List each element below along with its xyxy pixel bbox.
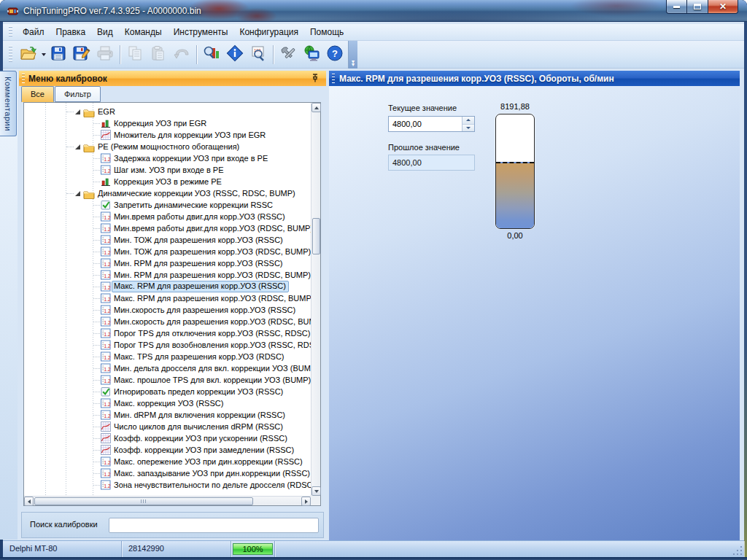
tree-item-label: Макс. RPM для разрешения корр.УОЗ (RDSC,… <box>114 292 311 304</box>
search-area: Поиск калибровки <box>21 512 324 538</box>
comments-tab[interactable]: Комментарии <box>0 71 17 136</box>
tree-item-label: Шаг изм. УОЗ при входе в PE <box>114 164 224 176</box>
tree-folder[interactable]: EGR <box>24 106 311 117</box>
tree-item[interactable]: 1.2Мин.время работы двиг.для корр.УОЗ (R… <box>24 222 311 234</box>
tree-item[interactable]: 1.2Шаг изм. УОЗ при входе в PE <box>24 164 311 176</box>
spin-up-button[interactable] <box>462 117 474 125</box>
tree-item[interactable]: 1.2Мин. ТОЖ для разрешения корр.УОЗ (RSS… <box>24 234 311 246</box>
calibration-panel-header[interactable]: Меню калибровок <box>19 71 326 86</box>
tree-item[interactable]: Коррекция УОЗ при EGR <box>24 117 311 129</box>
tree-item[interactable]: 1.2Макс. опережение УОЗ при дин.коррекци… <box>24 456 311 467</box>
tree-item[interactable]: 1.2Макс. запаздывание УОЗ при дин.коррек… <box>24 467 311 479</box>
tree-item-label: Мин. RPM для разрешения корр.УОЗ (RSSC) <box>114 257 283 269</box>
chart-search-button[interactable] <box>200 44 223 66</box>
help-button[interactable]: ? <box>323 44 347 66</box>
tree-item[interactable]: 1.2Мин.скорость для разрешения корр.УОЗ … <box>24 316 311 327</box>
tree-item[interactable]: 1.2Мин. dRPM для включения коррекции (RS… <box>24 409 311 421</box>
tree-horizontal-scrollbar[interactable] <box>24 496 311 505</box>
tree-item-label: Коэфф. коррекции УОЗ при замедлении (RSS… <box>114 444 294 456</box>
open-dropdown-button[interactable] <box>40 44 47 66</box>
calibration-search-input[interactable] <box>109 518 319 533</box>
resize-grip[interactable] <box>733 546 743 556</box>
menu-item-2[interactable]: Вид <box>91 24 119 40</box>
tree-item[interactable]: 1.2Порог TPS для отключения корр.УОЗ (RS… <box>24 327 311 339</box>
tree-item[interactable]: 1.2Зона нечувствительности по дельте дро… <box>24 479 311 491</box>
title-bar[interactable]: ChipTuningPRO ver.7.4.3.925 - A0000000.b… <box>0 0 747 22</box>
save-button[interactable] <box>47 44 70 66</box>
scroll-left-button[interactable] <box>24 497 34 506</box>
tree-folder[interactable]: Динамические коррекции УОЗ (RSSC, RDSC, … <box>24 187 311 199</box>
tree-item[interactable]: 1.2Мин. RPM для разрешения корр.УОЗ (RDS… <box>24 269 311 281</box>
tree-item[interactable]: Коэфф. коррекции УОЗ при ускорении (RSSC… <box>24 432 311 444</box>
scroll-up-button[interactable] <box>311 103 321 112</box>
tree-item-label: Макс. RPM для разрешения корр.УОЗ (RSSC) <box>112 281 289 292</box>
tree-vertical-scrollbar[interactable] <box>311 103 320 496</box>
pin-button[interactable] <box>309 73 320 84</box>
tree-item[interactable]: 1.2Мин. ТОЖ для разрешения корр.УОЗ (RDS… <box>24 246 311 257</box>
menu-item-3[interactable]: Команды <box>119 24 168 40</box>
scalar-icon: 1.2 <box>101 223 111 234</box>
horizontal-scroll-thumb[interactable] <box>34 497 253 505</box>
tree-item[interactable]: Игнорировать предел коррекции УОЗ (RSSC) <box>24 386 311 397</box>
scalar-icon: 1.2 <box>101 281 111 292</box>
scroll-down-button[interactable] <box>311 486 321 496</box>
tree-item[interactable]: 1.2Мин. RPM для разрешения корр.УОЗ (RSS… <box>24 257 311 269</box>
menu-item-1[interactable]: Правка <box>50 24 92 40</box>
toolbar-grip[interactable] <box>9 46 12 63</box>
current-value-spinbox <box>388 116 475 132</box>
tab-all[interactable]: Все <box>21 86 54 102</box>
save-as-button[interactable] <box>70 44 93 66</box>
scalar-icon: 1.2 <box>101 375 111 386</box>
tree-item[interactable]: 1.2Макс. прошлое TPS для вкл. коррекции … <box>24 374 311 386</box>
spin-down-button[interactable] <box>462 125 474 132</box>
tree-item[interactable]: 1.2Задержка коррекции УОЗ при входе в PE <box>24 152 311 164</box>
tree-item[interactable]: Коэфф. коррекции УОЗ при замедлении (RSS… <box>24 444 311 456</box>
tree-item[interactable]: 1.2Макс. коррекция УОЗ (RSSC) <box>24 397 311 409</box>
tree-folder[interactable]: PE (Режим мощностного обогащения) <box>24 141 311 152</box>
network-button[interactable] <box>300 44 323 66</box>
tree-item[interactable]: 1.2Макс. TPS для разрешения корр.УОЗ (RD… <box>24 351 311 362</box>
tree-item[interactable]: Множитель для коррекции УОЗ при EGR <box>24 129 311 141</box>
gauge-max-label: 8191,88 <box>495 102 535 111</box>
svg-text:1.2: 1.2 <box>104 273 111 279</box>
expand-triangle-icon[interactable] <box>75 109 80 114</box>
pin-icon <box>311 74 320 83</box>
maximize-button[interactable] <box>687 0 708 14</box>
vertical-scroll-thumb[interactable] <box>312 218 320 254</box>
menu-item-4[interactable]: Инструменты <box>168 24 234 40</box>
expand-triangle-icon[interactable] <box>75 144 80 149</box>
tree-item[interactable]: 1.2Макс. RPM для разрешения корр.УОЗ (RS… <box>24 281 311 292</box>
tree-item-label: Зона нечувствительности по дельте дроссе… <box>114 479 311 491</box>
tree-item[interactable]: Коррекция УОЗ в режиме PE <box>24 176 311 187</box>
tree-item[interactable]: 1.2Мин.скорость для разрешения корр.УОЗ … <box>24 304 311 316</box>
close-button[interactable]: ✕ <box>708 0 738 14</box>
tree-item[interactable]: 1.2Мин.время работы двиг.для корр.УОЗ (R… <box>24 211 311 222</box>
menu-item-5[interactable]: Конфигурация <box>233 24 304 40</box>
tree-item[interactable]: 1.2Мин. дельта дросселя для вкл. коррекц… <box>24 362 311 374</box>
expand-triangle-icon[interactable] <box>75 191 80 196</box>
scalar-icon: 1.2 <box>101 165 111 176</box>
menu-item-0[interactable]: Файл <box>17 24 50 40</box>
folder-icon <box>83 142 95 152</box>
scroll-right-button[interactable] <box>301 497 311 506</box>
toolbar-overflow-button[interactable]: ▾▾ <box>348 41 357 69</box>
tree-item[interactable]: Запретить динамические коррекции RSSC <box>24 199 311 211</box>
print-button <box>93 44 117 66</box>
tree-item-label: Запретить динамические коррекции RSSC <box>114 199 273 211</box>
editor-panel-header[interactable]: Макс. RPM для разрешения корр.УОЗ (RSSC)… <box>329 71 740 86</box>
tree-item[interactable]: Число циклов для вычисления dRPM (RSSC) <box>24 421 311 432</box>
window-title: ChipTuningPRO ver.7.4.3.925 - A0000000.b… <box>23 0 201 22</box>
open-button[interactable] <box>17 44 40 66</box>
current-value-input[interactable] <box>389 117 462 131</box>
scroll-up-icon <box>314 106 319 109</box>
tab-filter[interactable]: Фильтр <box>55 86 101 102</box>
tools-button[interactable] <box>276 44 300 66</box>
info-button[interactable] <box>223 44 247 66</box>
view-checksum-button[interactable]: 110 <box>247 44 270 66</box>
menubar-grip[interactable] <box>9 26 12 38</box>
minimize-button[interactable] <box>666 0 687 14</box>
tree-item[interactable]: 1.2Порог TPS для возобновления корр.УОЗ … <box>24 339 311 351</box>
status-empty-cell <box>275 541 744 557</box>
tree-item[interactable]: 1.2Макс. RPM для разрешения корр.УОЗ (RD… <box>24 292 311 304</box>
menu-item-6[interactable]: Помощь <box>304 24 349 40</box>
